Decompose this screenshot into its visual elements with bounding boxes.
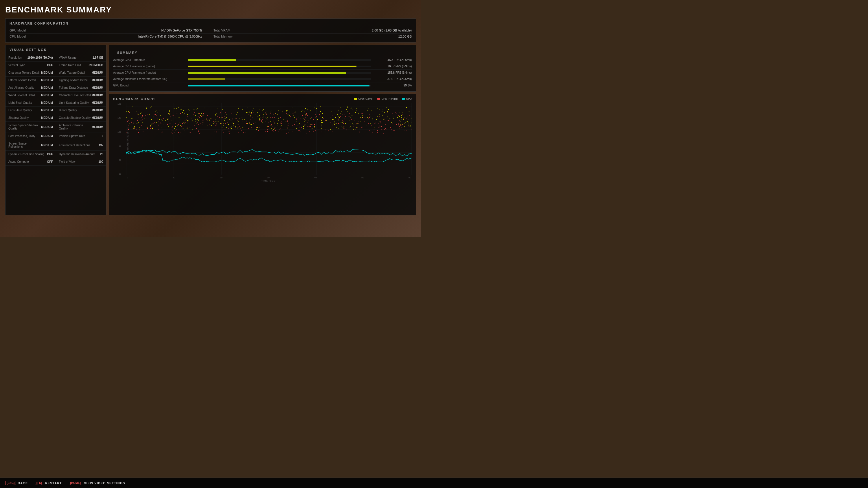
setting-value: MEDIUM: [91, 78, 103, 82]
graph-title: BENCHMARK GRAPH: [113, 97, 354, 101]
x-axis-tick: 0: [127, 176, 128, 179]
setting-item-right: Lighting Texture DetailMEDIUM: [56, 76, 106, 84]
x-axis-tick: 60: [408, 176, 411, 179]
setting-item-right: Field of View100: [56, 158, 106, 165]
setting-value: MEDIUM: [41, 101, 53, 104]
setting-value: 1.97 GB: [93, 56, 103, 59]
mem-value: 12.00 GB: [245, 35, 412, 38]
summary-stat-label: Average Minimum Framerate (bottom 5%): [113, 77, 185, 80]
legend-item: CPU (Game): [354, 97, 373, 100]
y-axis-tick: 60: [118, 159, 121, 161]
setting-name: Light Shaft Quality: [8, 101, 32, 104]
setting-name: Character Texture Detail: [8, 71, 40, 74]
settings-row: Async ComputeOFFField of View100: [5, 158, 106, 166]
legend-color-dot: [354, 98, 357, 100]
setting-name: Screen Space Shadow Quality: [8, 124, 41, 130]
summary-bar-container: [188, 78, 371, 80]
setting-name: Lens Flare Quality: [8, 109, 32, 112]
legend-label: CPU (Render): [381, 97, 398, 100]
setting-value: MEDIUM: [41, 116, 53, 120]
summary-rows: Average GPU Framerate46.3 FPS (21.6ms)Av…: [113, 57, 412, 89]
settings-row: Light Shaft QualityMEDIUMLight Scatterin…: [5, 99, 106, 107]
y-axis-title: FRAMERATE (FPS): [126, 127, 129, 152]
setting-item-left: Dynamic Resolution ScalingOFF: [5, 151, 56, 158]
settings-grid: Resolution1920x1080 (50.0%)VRAM Usage1.9…: [5, 54, 106, 166]
y-axis-tick: 30: [118, 173, 121, 175]
legend-item: GPU: [402, 97, 412, 100]
setting-value: MEDIUM: [91, 94, 103, 97]
setting-value: ON: [99, 144, 103, 147]
setting-name: Post Process Quality: [8, 134, 35, 138]
setting-item-right: VRAM Usage1.97 GB: [56, 54, 106, 61]
setting-item-left: Screen Space ReflectionsMEDIUM: [5, 140, 56, 150]
settings-row: Dynamic Resolution ScalingOFFDynamic Res…: [5, 151, 106, 158]
legend-color-dot: [377, 98, 380, 100]
setting-name: World Texture Detail: [59, 71, 85, 74]
y-axis-tick: 180: [118, 103, 121, 105]
benchmark-graph-canvas: [126, 103, 412, 175]
setting-item-left: Async ComputeOFF: [5, 158, 56, 165]
summary-stat-value: 156.8 FPS (6.4ms): [374, 71, 412, 74]
summary-stat-value: 99.8%: [374, 84, 412, 87]
legend-color-dot: [402, 98, 405, 100]
visual-settings-panel: VISUAL SETTINGS Resolution1920x1080 (50.…: [5, 45, 106, 216]
summary-stat-value: 37.6 FPS (26.6ms): [374, 77, 412, 80]
x-axis-tick: 20: [220, 176, 222, 179]
summary-stat-row: Average CPU Framerate (render)156.8 FPS …: [113, 70, 412, 76]
settings-row: Shadow QualityMEDIUMCapsule Shadow Quali…: [5, 114, 106, 122]
x-axis-labels: 0102030405060: [126, 176, 412, 179]
setting-value: 100: [98, 160, 103, 163]
setting-name: Capsule Shadow Quality: [59, 116, 91, 120]
setting-item-right: Foliage Draw DistanceMEDIUM: [56, 84, 106, 91]
summary-bar: [188, 85, 370, 87]
summary-stat-row: Average CPU Framerate (game)168.7 FPS (5…: [113, 63, 412, 70]
cpu-value: Intel(R) Core(TM) i7-5960X CPU @ 3.00GHz: [36, 35, 214, 38]
setting-item-right: World Texture DetailMEDIUM: [56, 69, 106, 76]
gpu-value: NVIDIA GeForce GTX 750 Ti: [36, 29, 214, 32]
setting-name: Screen Space Reflections: [8, 142, 41, 148]
setting-name: Effects Texture Detail: [8, 78, 36, 82]
setting-item-right: Particle Spawn Rate6: [56, 132, 106, 140]
setting-value: MEDIUM: [41, 109, 53, 112]
graph-legend: CPU (Game)CPU (Render)GPU: [354, 97, 412, 100]
setting-item-left: Screen Space Shadow QualityMEDIUM: [5, 122, 56, 132]
hardware-section: HARDWARE CONFIGURATION GPU Model NVIDIA …: [5, 19, 416, 42]
settings-row: Resolution1920x1080 (50.0%)VRAM Usage1.9…: [5, 54, 106, 62]
gpu-label: GPU Model: [9, 29, 36, 32]
setting-name: Ambient Occlusion Quality: [59, 124, 92, 130]
setting-value: MEDIUM: [91, 109, 103, 112]
mem-label: Total Memory: [214, 35, 245, 38]
page-title: BENCHMARK SUMMARY: [5, 5, 416, 14]
setting-name: Async Compute: [8, 160, 29, 163]
setting-value: MEDIUM: [41, 86, 53, 89]
setting-value: MEDIUM: [91, 126, 103, 129]
summary-bar-container: [188, 72, 371, 74]
summary-bar: [188, 78, 225, 80]
x-axis-tick: 50: [361, 176, 364, 179]
x-axis-title: TIME (SEC): [126, 180, 412, 182]
summary-stat-value: 168.7 FPS (5.9ms): [374, 65, 412, 68]
graph-header: BENCHMARK GRAPH CPU (Game)CPU (Render)GP…: [113, 97, 412, 101]
summary-stat-label: GPU Bound: [113, 84, 185, 87]
settings-row: Anti-Aliasing QualityMEDIUMFoliage Draw …: [5, 84, 106, 92]
legend-item: CPU (Render): [377, 97, 398, 100]
setting-item-left: Character Texture DetailMEDIUM: [5, 69, 56, 76]
setting-name: Shadow Quality: [8, 116, 29, 120]
content-area: VISUAL SETTINGS Resolution1920x1080 (50.…: [5, 45, 416, 216]
legend-label: CPU (Game): [358, 97, 373, 100]
summary-stat-label: Average CPU Framerate (game): [113, 65, 185, 68]
setting-name: Character Level of Detail: [59, 94, 91, 97]
hardware-section-title: HARDWARE CONFIGURATION: [9, 22, 412, 25]
setting-value: MEDIUM: [91, 101, 103, 104]
y-axis-tick: 120: [118, 131, 121, 133]
settings-row: Screen Space Shadow QualityMEDIUMAmbient…: [5, 122, 106, 132]
vram-label: Total VRAM: [214, 29, 245, 32]
summary-stat-label: Average GPU Framerate: [113, 58, 185, 62]
summary-stat-row: GPU Bound99.8%: [113, 83, 412, 89]
setting-name: Foliage Draw Distance: [59, 86, 88, 89]
setting-item-left: Shadow QualityMEDIUM: [5, 114, 56, 122]
setting-item-left: Vertical SyncOFF: [5, 62, 56, 69]
setting-name: Light Scattering Quality: [59, 101, 89, 104]
setting-value: 1920x1080 (50.0%): [28, 56, 53, 59]
setting-item-left: Post Process QualityMEDIUM: [5, 132, 56, 140]
